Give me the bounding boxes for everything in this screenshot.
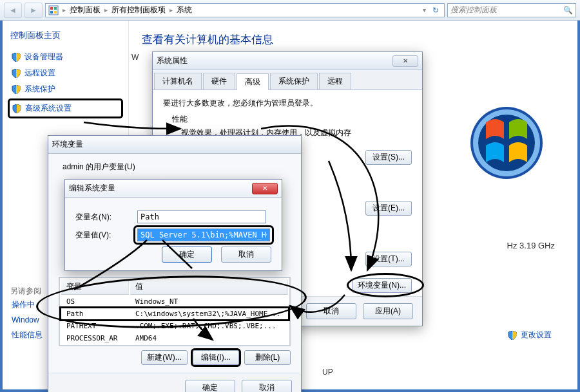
admin-note: 要进行大多数更改，您必须作为管理员登录。 xyxy=(163,98,412,109)
page-title: 查看有关计算机的基本信息 xyxy=(142,32,565,47)
breadcrumb-sep: ▸ xyxy=(104,6,108,14)
sidebar-item-remote[interactable]: 远程设置 xyxy=(10,65,121,81)
edit-variable-dialog: 编辑系统变量 ✕ 变量名(N): 变量值(V): 确定 取消 xyxy=(64,179,282,271)
settings-s-button[interactable]: 设置(S)... xyxy=(365,150,412,165)
system-vars-table[interactable]: 变量 值 OSWindows_NT PathC:\windows\system3… xyxy=(59,277,290,346)
delete-var-button[interactable]: 删除(L) xyxy=(244,350,291,365)
refresh-icon[interactable]: ↻ xyxy=(430,6,441,15)
nav-back-button[interactable]: ◄ xyxy=(4,3,22,18)
table-row: PathC:\windows\system32\;%JAVA_HOME... xyxy=(61,308,288,319)
env-cancel-button[interactable]: 取消 xyxy=(242,380,292,392)
breadcrumb-3[interactable]: 系统 xyxy=(177,5,192,15)
close-button[interactable]: ✕ xyxy=(392,55,418,67)
sidebar-item-label: 高级系统设置 xyxy=(25,103,72,114)
sidebar-item-advanced[interactable]: 高级系统设置 xyxy=(8,98,123,118)
change-settings-label: 更改设置 xyxy=(521,330,552,341)
shield-icon xyxy=(12,85,21,94)
address-bar[interactable]: ▸ 控制面板 ▸ 所有控制面板项 ▸ 系统 ▾ ↻ xyxy=(45,3,445,17)
sidebar-item-label: 设备管理器 xyxy=(24,51,63,62)
windows-edition-prefix: W xyxy=(131,53,139,62)
svg-rect-3 xyxy=(50,11,53,14)
col-variable: 变量 xyxy=(61,279,129,295)
sidebar-item-device-manager[interactable]: 设备管理器 xyxy=(10,49,121,65)
col-value: 值 xyxy=(130,279,288,295)
shield-icon xyxy=(12,69,21,78)
var-value-label: 变量值(V): xyxy=(75,230,130,241)
search-icon: 🔍 xyxy=(563,6,573,15)
table-row: PATHEXT.COM;.EXE;.BAT;.CMD;.VBS;.VBE;... xyxy=(61,321,288,331)
table-row: PROCESSOR_ARAMD64 xyxy=(61,333,288,344)
sidebar-heading: 控制面板主页 xyxy=(10,30,121,41)
sysprop-apply-button[interactable]: 应用(A) xyxy=(363,303,413,319)
edit-var-button[interactable]: 编辑(I)... xyxy=(193,350,239,365)
nav-fwd-button[interactable]: ► xyxy=(24,3,43,18)
svg-rect-4 xyxy=(54,11,57,14)
user-vars-group-label: admin 的用户变量(U) xyxy=(63,162,291,173)
env-vars-button[interactable]: 环境变量(N)... xyxy=(352,278,412,293)
var-value-input[interactable] xyxy=(137,229,270,241)
new-var-button[interactable]: 新建(W)... xyxy=(141,350,188,365)
shield-icon xyxy=(12,104,21,113)
cpu-frequency: Hz 3.19 GHz xyxy=(507,241,555,250)
change-settings-link[interactable]: 更改设置 xyxy=(508,330,552,341)
tab-advanced[interactable]: 高级 xyxy=(237,73,269,90)
tab-protection[interactable]: 系统保护 xyxy=(270,73,318,89)
breadcrumb-1[interactable]: 控制面板 xyxy=(70,5,101,15)
edit-ok-button[interactable]: 确定 xyxy=(162,247,212,263)
svg-rect-1 xyxy=(50,7,53,10)
sysprop-cancel-button[interactable]: 取消 xyxy=(306,303,356,319)
shield-icon xyxy=(508,331,517,340)
sidebar-item-protection[interactable]: 系统保护 xyxy=(10,81,121,97)
settings-e-button[interactable]: 设置(E)... xyxy=(365,201,412,216)
search-input[interactable]: 搜索控制面板 🔍 xyxy=(447,3,576,17)
tab-computername[interactable]: 计算机名 xyxy=(154,73,202,89)
sidebar-item-label: 系统保护 xyxy=(24,84,55,95)
dialog-title: 编辑系统变量 xyxy=(69,183,115,194)
dialog-title: 系统属性 xyxy=(157,55,188,66)
dialog-title: 环境变量 xyxy=(52,139,83,150)
breadcrumb-sep: ▸ xyxy=(169,6,173,14)
settings-t-button[interactable]: 设置(T)... xyxy=(365,252,412,266)
tab-remote[interactable]: 远程 xyxy=(319,73,351,89)
var-name-label: 变量名(N): xyxy=(75,212,130,223)
windows-logo xyxy=(468,104,545,182)
env-ok-button[interactable]: 确定 xyxy=(185,380,235,392)
control-panel-icon xyxy=(48,5,59,15)
edit-cancel-button[interactable]: 取消 xyxy=(221,247,271,263)
sidebar-item-label: 远程设置 xyxy=(24,68,55,79)
var-name-input[interactable] xyxy=(137,210,266,223)
perf-heading: 性能 xyxy=(172,114,412,125)
workgroup-suffix: UP xyxy=(322,368,333,377)
svg-rect-2 xyxy=(54,7,57,10)
shield-icon xyxy=(12,53,21,62)
breadcrumb-2[interactable]: 所有控制面板项 xyxy=(111,5,166,15)
search-placeholder: 搜索控制面板 xyxy=(450,5,497,15)
breadcrumb-sep: ▸ xyxy=(63,6,66,14)
tab-hardware[interactable]: 硬件 xyxy=(203,73,235,89)
dropdown-icon[interactable]: ▾ xyxy=(423,6,426,14)
table-row: OSWindows_NT xyxy=(61,296,288,307)
close-button[interactable]: ✕ xyxy=(252,183,278,194)
